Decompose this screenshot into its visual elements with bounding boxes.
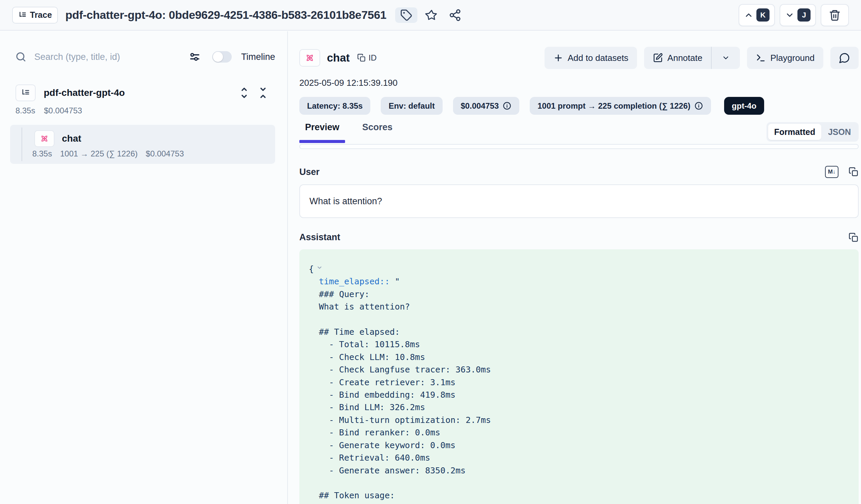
tag-button[interactable] — [395, 8, 418, 23]
add-to-datasets-label: Add to datasets — [568, 53, 629, 63]
chevron-down-icon — [785, 11, 794, 20]
tree-item-chat[interactable]: chat 8.35s 1001 → 225 (∑ 1226) $0.004753 — [10, 125, 275, 164]
add-to-datasets-button[interactable]: Add to datasets — [545, 47, 637, 69]
chat-latency: 8.35s — [32, 149, 52, 159]
cost-badge[interactable]: $0.004753 — [453, 97, 519, 115]
generation-chip — [34, 130, 54, 147]
root-latency: 8.35s — [15, 106, 35, 115]
plus-icon — [553, 53, 563, 63]
env-badge-label: Env: default — [388, 101, 435, 111]
code-line: - Generate answer: 8350.2ms — [309, 464, 849, 477]
code-line: - Generate keyword: 0.0ms — [309, 439, 849, 451]
tab-scores-label: Scores — [362, 122, 393, 133]
delete-trace-button[interactable] — [821, 4, 849, 26]
search-row: Timeline — [15, 45, 275, 69]
header-actions: Add to datasets Annotate — [545, 47, 859, 69]
playground-button[interactable]: Playground — [747, 47, 823, 69]
view-options-button[interactable] — [189, 51, 201, 63]
edit-square-icon — [653, 53, 663, 63]
app-root: Trace pdf-chatter-gpt-4o: 0bde9629-4251-… — [0, 0, 861, 504]
copy-id-button[interactable]: ID — [357, 53, 377, 63]
prev-trace-button[interactable]: K — [739, 4, 775, 26]
code-line: - Retrieval: 640.0ms — [309, 451, 849, 464]
tab-preview-label: Preview — [305, 122, 339, 133]
star-button[interactable] — [422, 8, 441, 23]
copy-user-button[interactable] — [849, 167, 859, 177]
format-toggle-formatted[interactable]: Formatted — [768, 124, 821, 140]
tab-preview[interactable]: Preview — [299, 122, 345, 143]
observation-header: chat ID Add to datasets — [299, 47, 859, 69]
code-line: ## Time elapsed: — [309, 326, 849, 338]
model-badge-label: gpt-4o — [732, 101, 756, 111]
annotate-label: Annotate — [667, 53, 702, 63]
trace-chip — [15, 84, 36, 101]
chat-tokens: 1001 → 225 (∑ 1226) — [60, 149, 138, 159]
prev-keycap: K — [756, 9, 769, 22]
format-toggle: Formatted JSON — [766, 122, 859, 142]
tree-indent-guide — [22, 127, 22, 161]
user-section-header: User M↓ — [299, 166, 859, 178]
tabs-row: Preview Scores Formatted JSON — [299, 122, 859, 143]
tokens-badge[interactable]: 1001 prompt → 225 completion (∑ 1226) — [530, 97, 711, 115]
share-button[interactable] — [446, 8, 464, 23]
model-badge[interactable]: gpt-4o — [724, 97, 764, 115]
toggle-knob — [213, 52, 223, 62]
observation-title: chat — [327, 52, 350, 64]
collapse-node-icon[interactable] — [316, 264, 323, 271]
user-message-box: What is attention? — [299, 185, 859, 218]
next-trace-button[interactable]: J — [780, 4, 816, 26]
annotate-button[interactable]: Annotate — [644, 47, 711, 69]
playground-label: Playground — [770, 53, 815, 63]
code-line: - Generated tokens(approximately): 236 — [309, 502, 849, 504]
tokens-badge-label: 1001 prompt → 225 completion (∑ 1226) — [537, 101, 691, 111]
tab-scores[interactable]: Scores — [356, 122, 398, 143]
code-line: ### Query: — [309, 288, 849, 300]
info-icon — [503, 101, 511, 110]
metrics-badges: Latency: 8.35s Env: default $0.004753 10… — [299, 97, 859, 115]
latency-badge-label: Latency: 8.35s — [307, 101, 363, 111]
assistant-output-box: { time_elapsed:: "### Query:What is atte… — [299, 249, 859, 504]
search-icon — [15, 51, 27, 63]
code-line: - Bind LLM: 326.2ms — [309, 401, 849, 413]
star-icon — [425, 9, 438, 22]
generation-pinwheel-icon — [304, 53, 315, 63]
timeline-toggle[interactable] — [212, 51, 232, 63]
tag-icon — [400, 9, 412, 21]
code-line: { — [309, 263, 849, 275]
code-line: - Total: 10115.8ms — [309, 338, 849, 351]
id-label: ID — [369, 53, 377, 63]
chat-cost: $0.004753 — [146, 149, 183, 159]
horizontal-scrollbar[interactable] — [299, 144, 859, 149]
observation-detail: chat ID Add to datasets — [289, 31, 861, 504]
assistant-json-viewer: { time_elapsed:: "### Query:What is atte… — [309, 263, 849, 504]
markdown-toggle-icon[interactable]: M↓ — [825, 166, 838, 178]
comments-button[interactable] — [830, 47, 859, 69]
code-line: ## Token usage: — [309, 489, 849, 502]
terminal-icon — [756, 53, 766, 63]
code-line: time_elapsed:: " — [309, 275, 849, 288]
code-line — [309, 313, 849, 326]
active-tab-indicator — [299, 140, 345, 143]
sliders-icon — [189, 51, 201, 63]
generation-pinwheel-icon — [39, 134, 50, 144]
format-toggle-json[interactable]: JSON — [822, 124, 857, 140]
annotate-split-button: Annotate — [644, 47, 740, 69]
chevron-up-icon — [744, 11, 753, 20]
tree-root-label: pdf-chatter-gpt-4o — [44, 87, 237, 98]
code-line: - Multi-turn optimization: 2.7ms — [309, 414, 849, 426]
root-cost: $0.004753 — [44, 106, 82, 115]
copy-icon — [849, 167, 859, 177]
expand-all-button[interactable] — [237, 86, 251, 99]
tree-root-row[interactable]: pdf-chatter-gpt-4o — [15, 84, 270, 101]
copy-assistant-button[interactable] — [849, 232, 859, 243]
search-input[interactable] — [34, 52, 189, 62]
cost-badge-label: $0.004753 — [461, 101, 499, 111]
assistant-heading: Assistant — [299, 232, 340, 243]
open-brace: { — [309, 264, 314, 274]
annotate-dropdown-button[interactable] — [711, 47, 740, 69]
observation-timestamp: 2025-05-09 12:15:39.190 — [299, 78, 859, 88]
trace-badge-label: Trace — [30, 10, 52, 20]
trace-type-badge[interactable]: Trace — [12, 7, 58, 24]
collapse-all-button[interactable] — [256, 86, 270, 99]
code-line: - Create retriever: 3.1ms — [309, 376, 849, 389]
